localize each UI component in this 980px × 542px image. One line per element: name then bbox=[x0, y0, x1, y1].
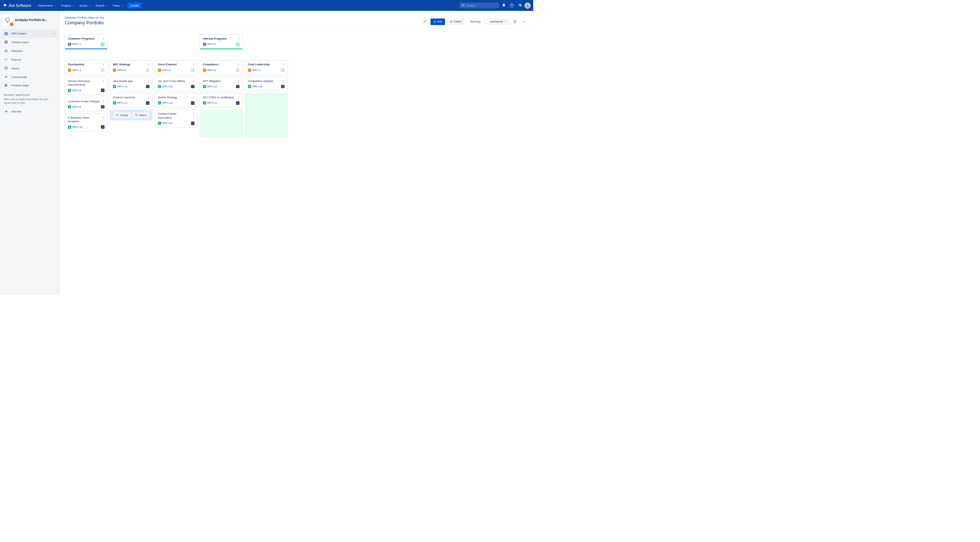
more-icon[interactable] bbox=[237, 37, 241, 41]
nav-dashboards[interactable]: Dashboards bbox=[36, 3, 59, 8]
issue-card[interactable]: Contact Center Automation DPFJ-16 bbox=[154, 110, 197, 128]
sidebar-item-components[interactable]: Components bbox=[2, 73, 57, 81]
breadcrumb[interactable]: Denkplan Portfolio Maps for Jira bbox=[65, 16, 104, 19]
svg-rect-29 bbox=[204, 43, 205, 44]
search-box[interactable] bbox=[460, 3, 499, 8]
create-button[interactable]: Create bbox=[127, 3, 141, 8]
more-actions-icon[interactable] bbox=[520, 18, 528, 25]
issue-key[interactable]: DPFJ-6 bbox=[207, 69, 216, 72]
sidebar-item-kanban-board[interactable]: Kanban board bbox=[2, 38, 57, 46]
issue-card[interactable]: Omni Channel DPFJ-5 bbox=[154, 60, 197, 75]
jira-logo[interactable]: Jira Software bbox=[3, 3, 32, 8]
more-icon[interactable] bbox=[237, 62, 241, 67]
swimlanes-button[interactable]: Swimlanes bbox=[487, 19, 510, 25]
collapse-icon[interactable] bbox=[422, 18, 429, 25]
issue-key[interactable]: DPFJ-2 bbox=[207, 43, 216, 45]
issue-card[interactable]: Touchpoints DPFJ-3 bbox=[65, 60, 107, 75]
issue-card[interactable]: Mobile Strategy DPFJ-14 bbox=[154, 93, 197, 107]
content-header: Denkplan Portfolio Maps for Jira Company… bbox=[59, 11, 533, 29]
add-link-button[interactable]: Add link bbox=[2, 107, 57, 116]
svg-point-12 bbox=[6, 76, 7, 77]
more-icon[interactable] bbox=[237, 79, 241, 83]
project-badge-icon bbox=[10, 22, 13, 26]
issue-key[interactable]: DPFJ-10 bbox=[72, 126, 83, 129]
filters-button[interactable]: Filters bbox=[447, 19, 464, 25]
nav-plans[interactable]: Plans bbox=[111, 3, 125, 8]
more-icon[interactable] bbox=[102, 37, 106, 41]
issue-key[interactable]: DPFJ-11 bbox=[207, 102, 217, 104]
issue-card[interactable]: Service Discovery Improvements DPFJ-9 bbox=[65, 76, 107, 95]
sidebar-item-portfolio-maps[interactable]: Portfolio Maps bbox=[2, 81, 57, 90]
svg-rect-31 bbox=[204, 45, 205, 45]
issue-key[interactable]: DPFJ-9 bbox=[72, 89, 81, 92]
more-icon[interactable] bbox=[146, 95, 151, 99]
issue-card[interactable]: Product Launches DPFJ-12 bbox=[110, 93, 153, 107]
more-icon[interactable] bbox=[146, 79, 151, 83]
sidebar-item-releases[interactable]: Releases bbox=[2, 46, 57, 55]
more-icon[interactable] bbox=[146, 62, 151, 67]
user-avatar[interactable] bbox=[525, 3, 531, 9]
issue-card[interactable]: Up- and Cross-Selling DPFJ-15 bbox=[154, 76, 197, 91]
issue-key[interactable]: DPFJ-3 bbox=[72, 69, 81, 72]
more-icon[interactable] bbox=[192, 62, 196, 67]
issue-key[interactable]: DPFJ-1 bbox=[72, 43, 81, 45]
status-badge bbox=[236, 68, 240, 72]
more-icon[interactable] bbox=[102, 62, 106, 67]
status-badge bbox=[146, 68, 150, 72]
issue-key[interactable]: DPFJ-17 bbox=[207, 85, 217, 88]
issue-card[interactable]: ISO 27001 re-certification DPFJ-11 bbox=[200, 93, 242, 107]
issue-key[interactable]: DPFJ-4 bbox=[117, 69, 126, 72]
inline-create-button[interactable]: Create bbox=[114, 112, 130, 118]
issue-key[interactable]: DPFJ-12 bbox=[117, 102, 127, 104]
more-icon[interactable] bbox=[282, 62, 286, 67]
more-icon[interactable] bbox=[192, 79, 196, 83]
nav-projects[interactable]: Projects bbox=[59, 3, 76, 8]
issue-card[interactable]: Competitive Analysis DPFJ-18 bbox=[245, 76, 288, 91]
sidebar-item-reports[interactable]: Reports bbox=[2, 55, 57, 64]
issue-key[interactable]: DPFJ-15 bbox=[162, 85, 172, 88]
inline-select-button[interactable]: Select bbox=[132, 112, 149, 118]
card-bar bbox=[65, 48, 107, 49]
sidebar-item-issues[interactable]: Issues bbox=[2, 64, 57, 73]
more-icon[interactable] bbox=[102, 116, 106, 120]
issue-key[interactable]: DPFJ-13 bbox=[117, 85, 127, 88]
nav-boards[interactable]: Boards bbox=[94, 3, 110, 8]
issue-key[interactable]: DPFJ-16 bbox=[162, 122, 172, 124]
issue-key[interactable]: DPFJ-8 bbox=[72, 106, 81, 108]
backlog-button[interactable]: Backlog bbox=[468, 19, 483, 25]
issue-card[interactable]: Compliance DPFJ-6 bbox=[200, 60, 242, 75]
issue-card[interactable]: Customer Portal Changes DPFJ-8 bbox=[65, 97, 107, 111]
issue-card[interactable]: Customer Programs DPFJ-1 bbox=[65, 35, 107, 50]
drop-zone[interactable] bbox=[245, 93, 288, 137]
search-input[interactable] bbox=[466, 4, 497, 7]
issue-card[interactable]: New Mobile App DPFJ-13 bbox=[110, 76, 153, 91]
add-button[interactable]: Add bbox=[431, 19, 445, 25]
issue-card[interactable]: E-Business Team Inception DPFJ-10 bbox=[65, 113, 107, 131]
divider bbox=[466, 19, 466, 24]
issue-card[interactable]: Cost Leadership DPFJ-7 bbox=[245, 60, 288, 75]
issue-card[interactable]: APT Mitigation DPFJ-17 bbox=[200, 76, 242, 91]
layers-icon[interactable] bbox=[511, 18, 519, 25]
svg-point-90 bbox=[283, 82, 284, 82]
sidebar-item-dpfj-board[interactable]: DPFJ board bbox=[2, 29, 57, 38]
more-icon[interactable] bbox=[192, 112, 196, 116]
more-icon[interactable] bbox=[192, 95, 196, 99]
issue-key[interactable]: DPFJ-5 bbox=[162, 69, 171, 72]
card-title: Omni Channel bbox=[158, 63, 194, 67]
more-icon[interactable] bbox=[102, 79, 106, 83]
issue-key[interactable]: DPFJ-18 bbox=[252, 85, 262, 88]
issue-card[interactable]: B2C Strategy DPFJ-4 bbox=[110, 60, 153, 75]
issue-card[interactable]: Internal Programs DPFJ-2 bbox=[200, 35, 242, 50]
more-icon[interactable] bbox=[282, 79, 286, 83]
more-icon[interactable] bbox=[237, 95, 241, 99]
svg-point-66 bbox=[148, 80, 149, 80]
settings-icon[interactable] bbox=[517, 3, 523, 9]
notifications-icon[interactable] bbox=[501, 3, 507, 9]
nav-issues[interactable]: Issues bbox=[77, 3, 93, 8]
issue-key[interactable]: DPFJ-7 bbox=[252, 69, 261, 72]
drop-zone[interactable] bbox=[200, 110, 242, 137]
help-icon[interactable]: ? bbox=[509, 3, 515, 9]
card-title: Internal Programs bbox=[203, 37, 240, 41]
more-icon[interactable] bbox=[102, 99, 106, 103]
issue-key[interactable]: DPFJ-14 bbox=[162, 102, 172, 104]
